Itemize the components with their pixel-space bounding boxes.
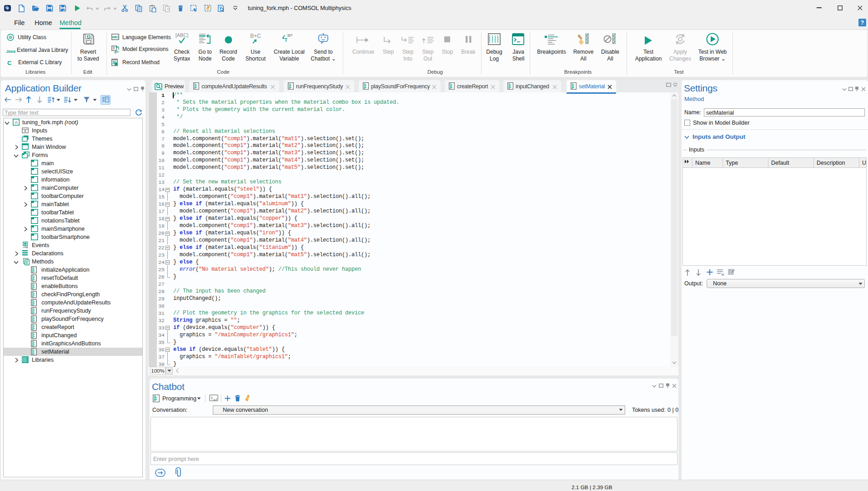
svg-text:a=: a=	[287, 33, 293, 38]
svg-text:[ABC]: [ABC]	[176, 32, 189, 38]
svg-text:B+C: B+C	[250, 33, 261, 39]
svg-text:A: A	[15, 120, 17, 125]
svg-text:ABC: ABC	[112, 35, 119, 39]
svg-text:a=: a=	[115, 50, 119, 54]
svg-text:T: T	[285, 38, 287, 43]
